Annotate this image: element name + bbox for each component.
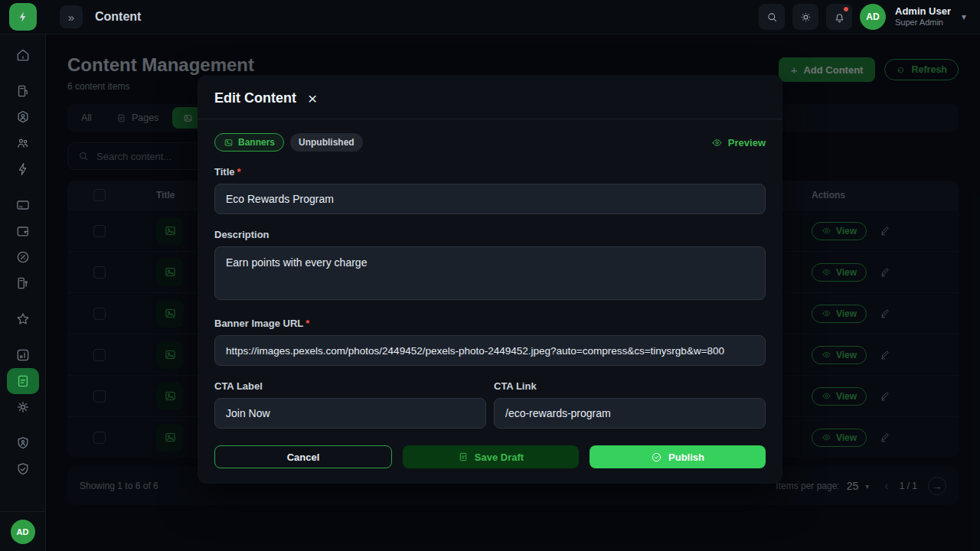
sidebar-item-analytics[interactable]	[7, 342, 39, 368]
sidebar-item-wallet[interactable]	[7, 218, 39, 244]
edit-content-modal: Edit Content × Banners Unpublished Previ…	[198, 75, 782, 484]
sidebar-items	[7, 34, 39, 482]
cta-label-field-label: CTA Label	[214, 380, 486, 392]
sun-icon	[799, 11, 812, 24]
sidebar-item-star[interactable]	[7, 306, 39, 332]
user-name: Admin User	[895, 5, 951, 18]
sidebar: AD	[0, 34, 46, 551]
image-icon	[224, 138, 234, 148]
user-avatar[interactable]: AD	[860, 4, 886, 30]
cta-link-input[interactable]	[494, 398, 766, 429]
cta-label-input[interactable]	[214, 398, 486, 429]
sidebar-item-credit-card[interactable]	[7, 192, 39, 218]
sidebar-avatar[interactable]: AD	[11, 520, 35, 544]
theme-toggle-button[interactable]	[792, 4, 818, 30]
title-input[interactable]	[214, 184, 766, 214]
cta-link-field-label: CTA Link	[494, 380, 766, 392]
app-logo[interactable]	[9, 3, 37, 31]
description-textarea[interactable]: Earn points with every charge	[214, 246, 766, 300]
top-bar: » Content AD Admin User Super Admin ▾	[0, 0, 980, 34]
bell-icon	[833, 11, 846, 24]
preview-button[interactable]: Preview	[711, 137, 766, 148]
bolt-icon	[16, 10, 30, 24]
search-icon	[766, 11, 779, 24]
banner-url-input[interactable]	[214, 335, 766, 366]
eye-icon	[711, 137, 723, 148]
user-role: Super Admin	[895, 18, 951, 28]
required-marker: *	[305, 318, 309, 329]
cancel-button[interactable]: Cancel	[214, 445, 392, 468]
sidebar-item-content[interactable]	[7, 368, 39, 394]
sidebar-item-bolt[interactable]	[7, 156, 39, 182]
sidebar-item-settings-gear[interactable]	[7, 394, 39, 420]
sidebar-collapse-button[interactable]: »	[60, 5, 83, 28]
sidebar-item-charging-station[interactable]	[7, 270, 39, 296]
banner-url-field-label: Banner Image URL*	[214, 318, 766, 329]
user-menu-chevron-icon[interactable]: ▾	[962, 11, 966, 22]
sidebar-item-home[interactable]	[7, 42, 39, 68]
sidebar-item-user-card[interactable]	[7, 104, 39, 130]
notifications-button[interactable]	[826, 4, 852, 30]
close-icon[interactable]: ×	[308, 90, 317, 106]
required-marker: *	[237, 166, 241, 178]
publish-button[interactable]: Publish	[590, 445, 766, 468]
save-draft-button[interactable]: Save Draft	[403, 445, 579, 468]
sidebar-item-ev-charger[interactable]	[7, 78, 39, 104]
sidebar-item-shield-check[interactable]	[7, 456, 39, 482]
modal-title: Edit Content	[214, 90, 296, 106]
topbar-title: Content	[95, 10, 141, 24]
title-field-label: Title*	[214, 166, 766, 178]
search-button[interactable]	[759, 4, 785, 30]
notification-badge	[843, 6, 849, 12]
sidebar-item-discount-badge[interactable]	[7, 244, 39, 270]
document-icon	[458, 452, 469, 462]
sidebar-item-shield-user[interactable]	[7, 430, 39, 456]
sidebar-item-users[interactable]	[7, 130, 39, 156]
type-badge: Banners	[214, 133, 284, 152]
description-field-label: Description	[214, 229, 766, 240]
check-circle-icon	[651, 452, 662, 463]
status-badge: Unpublished	[290, 133, 363, 152]
